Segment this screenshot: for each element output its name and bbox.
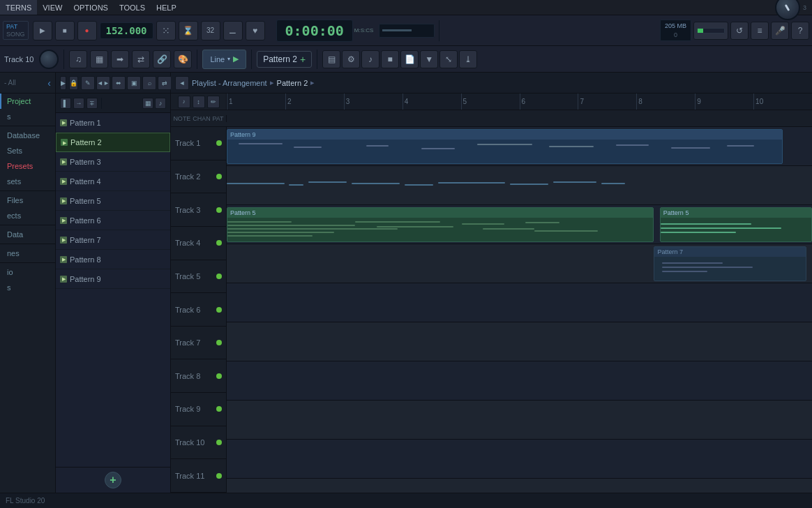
pr-tool-pencil[interactable]: ✏ (207, 96, 220, 108)
track-header-10[interactable]: Track 10 (171, 426, 226, 460)
step-seq-btn[interactable]: ▦ (90, 50, 108, 68)
pattern-item-1[interactable]: Pattern 1 (56, 113, 170, 133)
sidebar-item-nes[interactable]: nes (0, 246, 55, 261)
track-row-9[interactable] (227, 440, 812, 479)
menu-tools[interactable]: TOOLS (114, 0, 151, 15)
pattern-item-7[interactable]: Pattern 7 (56, 230, 170, 250)
track-header-8[interactable]: Track 8 (171, 359, 226, 393)
track-row-6[interactable] (227, 322, 812, 361)
track-row-1[interactable]: Pattern 9 (227, 127, 812, 166)
pattern-block-9-t1[interactable]: Pattern 9 (227, 129, 783, 164)
pattern-item-2[interactable]: Pattern 2 (56, 133, 170, 152)
track-header-5[interactable]: Track 5 (171, 260, 226, 294)
pat-song-toggle[interactable]: PAT SONG (3, 21, 29, 40)
track-row-10[interactable] (227, 479, 812, 493)
pl-tool-3[interactable]: ⬌ (112, 76, 126, 90)
transport-tool-2[interactable]: ⌛ (179, 21, 198, 40)
track-volume-knob[interactable] (39, 50, 59, 69)
track-row-4[interactable]: Pattern 7 (227, 244, 812, 283)
pl-subtool-1[interactable]: ▌ (60, 98, 71, 109)
pr-tool-move[interactable]: ↕ (193, 96, 205, 108)
add-pattern-button[interactable]: + (105, 472, 121, 488)
refresh-btn[interactable]: ↺ (730, 22, 749, 40)
link-btn[interactable]: 🔗 (153, 50, 171, 68)
menu-patterns[interactable]: TERNS (0, 0, 37, 15)
transport-tool-3[interactable]: 32 (201, 21, 220, 40)
track-header-2[interactable]: Track 2 (171, 160, 226, 194)
master-volume-knob[interactable] (775, 0, 800, 20)
sidebar-collapse-btn[interactable]: ‹ (47, 77, 51, 89)
mic-btn[interactable]: 🎤 (771, 22, 789, 40)
pl-subtool-3[interactable]: ∓ (87, 98, 98, 109)
pattern-item-9[interactable]: Pattern 9 (56, 269, 170, 289)
snap-icon-btn[interactable]: ⤡ (439, 50, 458, 68)
piano-icon-btn[interactable]: ♪ (361, 50, 379, 68)
mixer-btn[interactable]: ≡ (751, 22, 769, 40)
sidebar-item-files[interactable]: Files (0, 193, 55, 208)
transport-tool-5[interactable]: ♥ (246, 21, 265, 40)
pl-tool-2[interactable]: ◄► (96, 76, 110, 90)
pattern-block-5-t3b[interactable]: Pattern 5 (660, 207, 812, 242)
track-content[interactable]: Pattern 9 (227, 127, 812, 493)
track-header-9[interactable]: Track 9 (171, 393, 226, 426)
sidebar-item-presets[interactable]: Presets (0, 158, 55, 174)
play-button[interactable]: ▶ (33, 21, 52, 40)
pattern-block-7-t4[interactable]: Pattern 7 (654, 246, 806, 281)
sidebar-item-project[interactable]: Project (0, 94, 55, 109)
pattern-block-5-t3a[interactable]: Pattern 5 (227, 207, 654, 242)
menu-help[interactable]: HELP (151, 0, 182, 15)
arrow-right-btn[interactable]: ➡ (111, 50, 129, 68)
pr-nav-btn[interactable]: ◄ (175, 76, 189, 90)
pl-subtool-grid[interactable]: ▦ (142, 98, 153, 109)
track-header-1[interactable]: Track 1 (171, 127, 226, 160)
pl-tool-6[interactable]: ⇄ (158, 76, 172, 90)
track-row-7[interactable] (227, 361, 812, 401)
record-button[interactable]: ● (77, 21, 97, 40)
pl-subtool-2[interactable]: → (73, 98, 84, 109)
pattern-block-melody-t2[interactable] (227, 169, 707, 202)
pl-tool-play[interactable]: ▶ (60, 76, 66, 90)
track-header-3[interactable]: Track 3 (171, 193, 226, 227)
track-header-11[interactable]: Track 11 (171, 459, 226, 493)
pattern-selector[interactable]: Pattern 2 + (257, 51, 312, 68)
track-row-8[interactable] (227, 401, 812, 440)
pitch-slider[interactable] (379, 24, 435, 38)
paint-btn[interactable]: 🎨 (174, 50, 192, 68)
pl-tool-4[interactable]: ▣ (127, 76, 141, 90)
mixer-icon-btn[interactable]: ▤ (322, 50, 340, 68)
pattern-item-6[interactable]: Pattern 6 (56, 211, 170, 230)
transport-tool-4[interactable]: ⚊ (223, 21, 243, 40)
sidebar-item-data[interactable]: Data (0, 227, 55, 242)
sidebar-item-ects[interactable]: ects (0, 208, 55, 223)
pattern-item-3[interactable]: Pattern 3 (56, 152, 170, 172)
sidebar-item-s2[interactable]: s (0, 280, 55, 295)
track-header-7[interactable]: Track 7 (171, 327, 226, 360)
track-row-3[interactable]: Pattern 5 (227, 205, 812, 244)
line-mode-btn[interactable]: Line ▾ ▶ (202, 50, 246, 69)
file-icon-btn[interactable]: 📄 (400, 50, 419, 68)
sidebar-item-database[interactable]: Database (0, 128, 55, 143)
pattern-item-5[interactable]: Pattern 5 (56, 191, 170, 211)
sidebar-item-sets[interactable]: Sets (0, 143, 55, 158)
pl-subtool-note[interactable]: ♪ (155, 98, 166, 109)
track-icon-btn[interactable]: ■ (381, 50, 399, 68)
sidebar-item-s[interactable]: s (0, 109, 55, 124)
track-header-6[interactable]: Track 6 (171, 293, 226, 327)
pl-tool-lock[interactable]: 🔒 (69, 76, 78, 90)
funnel-icon-btn[interactable]: ▼ (420, 50, 438, 68)
pattern-item-8[interactable]: Pattern 8 (56, 250, 170, 269)
pl-tool-1[interactable]: ✎ (81, 76, 95, 90)
help-btn[interactable]: ? (791, 22, 809, 40)
pr-tool-note[interactable]: ♪ (178, 96, 190, 108)
transport-tool-1[interactable]: ⁙ (156, 21, 176, 40)
download-icon-btn[interactable]: ⤓ (459, 50, 477, 68)
add-pattern-btn[interactable]: + (300, 54, 306, 65)
pl-tool-5[interactable]: ⌕ (142, 76, 156, 90)
settings-icon-btn[interactable]: ⚙ (342, 50, 360, 68)
loop-btn[interactable]: ⇄ (132, 50, 150, 68)
bpm-display[interactable]: 152.000 (100, 22, 153, 39)
sidebar-item-io[interactable]: io (0, 264, 55, 280)
stop-button[interactable]: ■ (55, 21, 75, 40)
sidebar-item-sets2[interactable]: sets (0, 174, 55, 189)
menu-options[interactable]: OPTIONS (68, 0, 114, 15)
